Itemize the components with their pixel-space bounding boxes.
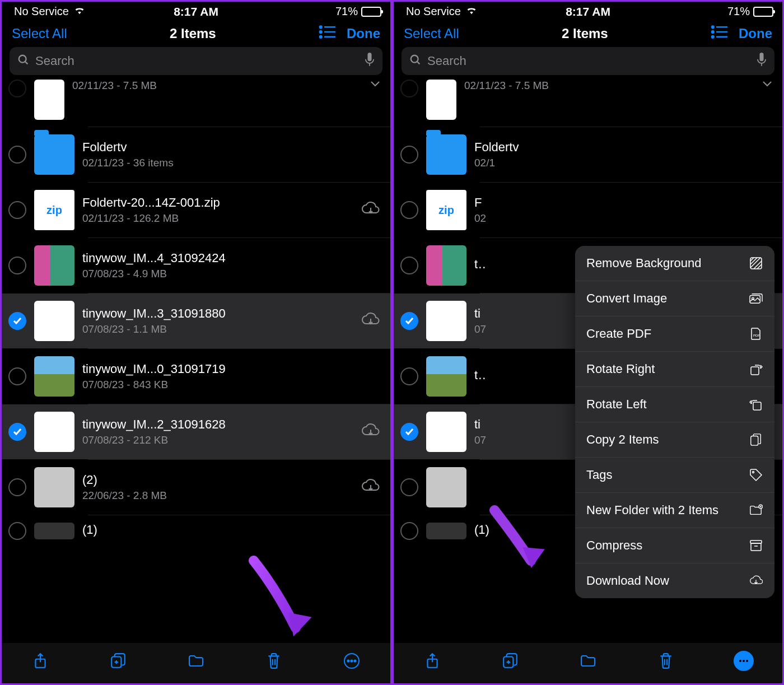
move-button[interactable] [578, 651, 598, 671]
menu-rotate-right[interactable]: Rotate Right [575, 352, 774, 387]
file-row[interactable]: (2) 22/06/23 - 2.8 MB [2, 460, 390, 515]
select-circle[interactable] [8, 478, 26, 496]
battery-pct: 71% [335, 5, 358, 18]
done-button[interactable]: Done [739, 26, 772, 41]
nav-title: 2 Items [170, 26, 216, 41]
chevron-down-icon[interactable] [370, 80, 380, 90]
cloud-download-icon[interactable] [361, 201, 380, 219]
file-row[interactable]: tinywow_IM...3_31091880 07/08/23 - 1.1 M… [2, 293, 390, 348]
file-row[interactable]: zip Foldertv-20...14Z-001.zip 02/11/23 -… [2, 183, 390, 237]
share-button[interactable] [30, 651, 50, 671]
select-circle[interactable] [400, 478, 418, 496]
select-circle[interactable] [8, 80, 26, 97]
file-row[interactable]: 02/11/23 - 7.5 MB [394, 80, 782, 127]
menu-compress[interactable]: Compress [575, 528, 774, 563]
search-field[interactable] [402, 47, 774, 75]
search-input[interactable] [35, 54, 359, 68]
menu-new-folder[interactable]: New Folder with 2 Items [575, 493, 774, 528]
select-circle-checked[interactable] [400, 312, 418, 330]
file-name: tinywow_IM...0_31091719 [474, 368, 486, 383]
svg-point-22 [411, 55, 418, 63]
file-row[interactable]: tinywow_IM...0_31091719 07/08/23 - 843 K… [2, 349, 390, 404]
image-thumb [34, 245, 74, 286]
clock: 8:17 AM [566, 5, 610, 18]
svg-line-23 [417, 62, 420, 64]
delete-button[interactable] [656, 651, 676, 671]
bottom-toolbar [394, 643, 782, 683]
svg-point-40 [739, 660, 741, 662]
mic-icon[interactable] [365, 53, 375, 69]
menu-copy-items[interactable]: Copy 2 Items [575, 422, 774, 458]
carrier-label: No Service [406, 5, 461, 18]
select-circle[interactable] [400, 201, 418, 219]
file-row[interactable]: tinywow_IM...2_31091628 07/08/23 - 212 K… [2, 404, 390, 459]
svg-point-6 [19, 55, 26, 63]
pdf-icon: PDF [749, 327, 763, 341]
search-field[interactable] [10, 47, 382, 75]
select-circle-checked[interactable] [8, 423, 26, 441]
more-button-active[interactable] [734, 651, 754, 671]
share-button[interactable] [422, 651, 442, 671]
search-input[interactable] [427, 54, 751, 68]
done-button[interactable]: Done [347, 26, 380, 41]
file-meta: 07/08/23 - 4.9 MB [82, 268, 380, 280]
svg-rect-24 [759, 53, 763, 61]
cloud-download-icon[interactable] [361, 478, 380, 496]
menu-remove-background[interactable]: Remove Background [575, 246, 774, 281]
file-row[interactable]: 02/11/23 - 7.5 MB [2, 80, 390, 127]
select-circle[interactable] [8, 367, 26, 385]
menu-convert-image[interactable]: Convert Image [575, 281, 774, 316]
remove-bg-icon [749, 256, 763, 271]
chevron-down-icon[interactable] [762, 80, 772, 90]
view-list-icon[interactable] [711, 25, 727, 43]
select-circle[interactable] [400, 146, 418, 164]
file-name: (1) [82, 523, 380, 537]
file-thumb-icon [426, 80, 456, 120]
file-row[interactable]: zip F 02 [394, 183, 782, 237]
carrier-label: No Service [14, 5, 69, 18]
svg-point-33 [753, 472, 754, 473]
cloud-download-icon[interactable] [361, 312, 380, 330]
file-name: F [474, 195, 772, 210]
select-circle[interactable] [8, 201, 26, 219]
menu-tags[interactable]: Tags [575, 458, 774, 493]
image-thumb [426, 467, 466, 507]
mic-icon[interactable] [757, 53, 767, 69]
select-circle[interactable] [400, 257, 418, 274]
file-row[interactable]: Foldertv 02/11/23 - 36 items [2, 127, 390, 182]
view-list-icon[interactable] [319, 25, 335, 43]
file-meta: 02 [474, 212, 772, 225]
zip-icon: zip [426, 190, 466, 230]
file-list[interactable]: 02/11/23 - 7.5 MB Foldertv 02/1 zip F 02 [394, 80, 782, 643]
image-thumb [426, 356, 466, 397]
menu-rotate-left[interactable]: Rotate Left [575, 387, 774, 422]
file-row[interactable]: tinywow_IM...4_31092424 07/08/23 - 4.9 M… [2, 238, 390, 293]
image-stack-icon [749, 291, 763, 306]
image-thumb [34, 412, 74, 452]
select-circle[interactable] [8, 146, 26, 164]
select-circle[interactable] [8, 522, 26, 540]
svg-point-41 [743, 660, 745, 662]
select-all-button[interactable]: Select All [12, 26, 67, 41]
select-circle[interactable] [400, 80, 418, 97]
select-all-button[interactable]: Select All [404, 26, 459, 41]
menu-download-now[interactable]: Download Now [575, 563, 774, 598]
select-circle-checked[interactable] [8, 312, 26, 330]
select-circle[interactable] [400, 522, 418, 540]
select-circle-checked[interactable] [400, 423, 418, 441]
svg-point-42 [746, 660, 748, 662]
menu-create-pdf[interactable]: Create PDFPDF [575, 316, 774, 352]
move-button[interactable] [186, 651, 206, 671]
delete-button[interactable] [264, 651, 284, 671]
select-circle[interactable] [400, 367, 418, 385]
more-button[interactable] [342, 651, 362, 671]
file-name: tinywow_IM...4_31092424 [82, 251, 380, 265]
file-meta: 07/08/23 - 212 KB [82, 434, 353, 446]
select-circle[interactable] [8, 257, 26, 274]
duplicate-button[interactable] [500, 651, 520, 671]
file-row[interactable]: (1) [2, 515, 390, 540]
duplicate-button[interactable] [108, 651, 128, 671]
file-row[interactable]: Foldertv 02/1 [394, 127, 782, 182]
cloud-download-icon[interactable] [361, 423, 380, 441]
file-list[interactable]: 02/11/23 - 7.5 MB Foldertv 02/11/23 - 36… [2, 80, 390, 643]
